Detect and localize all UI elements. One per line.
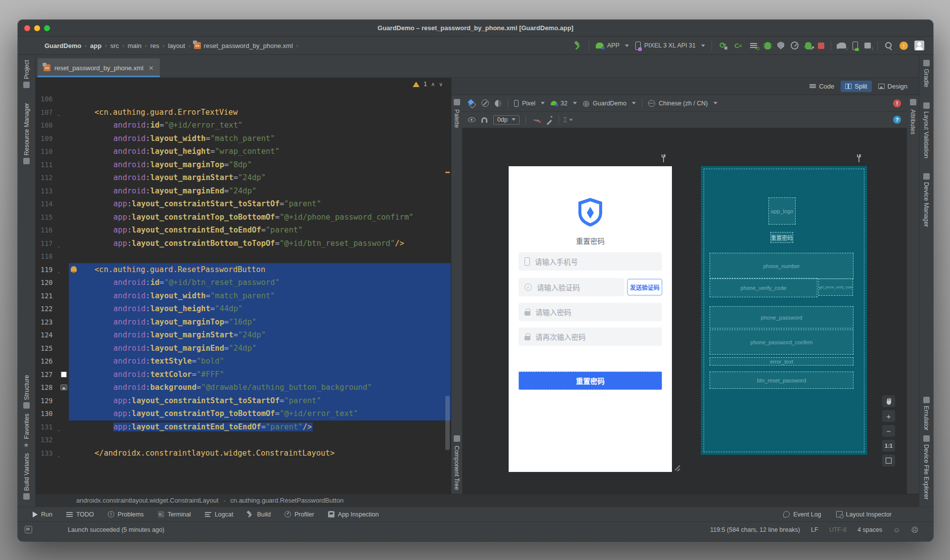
tool-window-button-todo[interactable]: TODO (66, 511, 94, 518)
infer-constraints-icon[interactable] (546, 116, 553, 123)
code-area[interactable]: <cn.authing.guard.ErrorTextViewandroid:i… (69, 78, 451, 494)
render-errors-badge[interactable]: ! (893, 99, 901, 107)
caret-position[interactable]: 119:5 (584 chars, 12 line breaks) (710, 526, 800, 533)
clear-constraints-icon[interactable]: ↝ (532, 116, 540, 123)
theme-select[interactable]: ◎ GuardDemo (583, 99, 636, 108)
update-available-button[interactable]: ↑ (900, 42, 908, 50)
code-line[interactable] (69, 433, 451, 447)
code-line[interactable]: app:layout_constraintStart_toStartOf="pa… (69, 394, 451, 408)
mode-design-button[interactable]: Design (874, 81, 912, 92)
zoom-ratio-button[interactable]: 1:1 (882, 440, 895, 452)
code-line[interactable]: android:layout_marginStart="24dp" (69, 171, 451, 185)
sidebar-item-gradle[interactable]: Gradle (923, 60, 930, 88)
sidebar-item-device-file-explorer[interactable]: Device File Explorer (923, 435, 930, 500)
sidebar-item-favorites[interactable]: Favorites★ (23, 414, 30, 448)
zoom-to-fit-button[interactable] (882, 455, 895, 467)
stop-button[interactable] (818, 43, 824, 49)
default-margin-select[interactable]: 0dp (493, 115, 520, 125)
blueprint-screen[interactable]: app_logo重置密码phone_numberphone_verify_cod… (701, 166, 867, 455)
app-logo-shield-icon[interactable] (576, 197, 604, 227)
preview-input-field[interactable]: 请输入密码 (519, 303, 662, 321)
line-ending-indicator[interactable]: LF (811, 526, 818, 533)
prev-issue-icon[interactable]: ∧ (431, 81, 435, 88)
blueprint-box-phone_number[interactable]: phone_number (710, 253, 854, 279)
blueprint-box-phone_password[interactable]: phone_password (710, 306, 854, 328)
send-code-button[interactable]: 发送验证码 (627, 279, 662, 295)
design-surface[interactable]: 重置密码 请输入手机号✓请输入验证码请输入密码请再次输入密码 发送验证码 重置密… (462, 128, 907, 494)
night-mode-icon[interactable] (495, 100, 502, 107)
search-everywhere-button[interactable] (884, 41, 893, 50)
preview-input-field[interactable]: ✓请输入验证码 (519, 278, 624, 296)
drawable-preview-icon[interactable] (60, 384, 67, 390)
run-configuration-select[interactable]: APP (596, 42, 629, 49)
debug-button[interactable] (764, 42, 771, 49)
apply-code-changes-button[interactable]: CA (734, 41, 743, 50)
code-line[interactable] (69, 93, 451, 106)
preview-input-field[interactable]: 请输入手机号 (519, 252, 662, 271)
attributes-tab[interactable]: Attributes (909, 109, 916, 135)
mode-code-button[interactable]: Code (805, 81, 839, 92)
profiler-button[interactable] (791, 42, 799, 49)
breadcrumb-item[interactable]: <> reset_password_by_phone.xml (194, 42, 293, 49)
blueprint-box-phone_verify_code[interactable]: phone_verify_code (710, 278, 817, 297)
code-line[interactable]: </androidx.constraintlayout.widget.Const… (69, 447, 451, 460)
retry-debug-button[interactable]: ↗ (805, 42, 811, 49)
color-swatch-icon[interactable] (61, 372, 67, 377)
feedback-sad-icon[interactable]: ☹ (911, 526, 918, 534)
code-line[interactable]: android:id="@+id/btn_reset_password" (69, 276, 451, 289)
tool-window-button-terminal[interactable]: >_Terminal (158, 511, 191, 518)
blueprint-box-title[interactable]: 重置密码 (770, 232, 793, 243)
breadcrumb-item[interactable]: GuardDemo (45, 42, 81, 49)
sdk-manager-button[interactable] (864, 43, 871, 48)
pan-hand-button[interactable] (882, 395, 895, 407)
code-editor[interactable]: 106107▾108109110111112113114115116117▴11… (36, 78, 451, 494)
sidebar-item-device-manager[interactable]: Device Manager (923, 173, 930, 227)
reset-password-button[interactable]: 重置密码 (519, 372, 662, 390)
code-line[interactable]: app:layout_constraintEnd_toEndOf="parent… (69, 224, 451, 237)
encoding-indicator[interactable]: UTF-8 (829, 526, 847, 533)
code-line[interactable]: android:layout_width="match_parent" (69, 289, 451, 303)
code-line[interactable]: android:layout_marginTop="16dp" (69, 316, 451, 329)
sidebar-item-emulator[interactable]: Emulator (923, 397, 930, 430)
no-design-surface-icon[interactable] (481, 99, 489, 107)
tool-window-button-app-inspection[interactable]: App Inspection (328, 511, 379, 518)
sidebar-item-build-variants[interactable]: Build Variants (23, 453, 30, 500)
view-options-icon[interactable] (468, 99, 475, 107)
breadcrumb-item[interactable]: main (128, 42, 142, 49)
component-tree-tab[interactable]: Component Tree (453, 446, 460, 490)
code-line[interactable]: app:layout_constraintTop_toBottomOf="@+i… (69, 211, 451, 224)
tool-window-button-run[interactable]: Run (33, 511, 52, 518)
code-line[interactable]: app:layout_constraintBottom_toTopOf="@+i… (69, 237, 451, 250)
breadcrumb-item[interactable]: res (150, 42, 159, 49)
blueprint-box-btn_reset_password[interactable]: btn_reset_password (710, 372, 854, 389)
fold-marker-icon[interactable]: ▴ (57, 450, 60, 464)
xml-breadcrumb-item[interactable]: cn.authing.guard.ResetPasswordButton (230, 497, 343, 504)
code-line[interactable]: android:layout_height="44dp" (69, 302, 451, 316)
resize-handle[interactable] (674, 464, 682, 471)
help-badge[interactable]: ? (893, 116, 901, 124)
code-line[interactable]: android:layout_marginStart="24dp" (69, 328, 451, 342)
preview-input-field[interactable]: 请再次输入密码 (519, 327, 662, 346)
code-line[interactable]: app:layout_constraintStart_toStartOf="pa… (69, 197, 451, 211)
inspection-widget[interactable]: 1 ∧ ∨ (413, 81, 443, 88)
tool-window-button-logcat[interactable]: Logcat (205, 511, 234, 518)
blueprint-box-app_logo[interactable]: app_logo (768, 197, 796, 225)
code-line[interactable] (69, 250, 451, 263)
device-select[interactable]: PIXEL 3 XL API 31 (635, 42, 705, 50)
build-icon[interactable] (573, 41, 582, 50)
code-line[interactable]: android:layout_marginEnd="24dp" (69, 342, 451, 355)
blueprint-box-get_phone_verify_code[interactable]: get_phone_verify_code (818, 279, 853, 296)
code-line[interactable]: app:layout_constraintTop_toBottomOf="@+i… (69, 407, 451, 420)
tab-reset-password-by-phone[interactable]: <> reset_password_by_phone.xml ✕ (38, 58, 160, 77)
code-line[interactable]: android:background="@drawable/authing_bu… (69, 381, 451, 394)
locale-select[interactable]: Chinese (zh / CN) (648, 100, 717, 107)
tool-window-button-build[interactable]: Build (247, 511, 271, 518)
code-line[interactable]: android:layout_marginEnd="24dp" (69, 185, 451, 198)
zoom-out-button[interactable]: − (882, 425, 895, 437)
code-line[interactable]: <cn.authing.guard.ErrorTextView (69, 106, 451, 119)
close-icon[interactable]: ✕ (148, 64, 154, 72)
next-issue-icon[interactable]: ∨ (439, 81, 443, 88)
code-line[interactable]: android:layout_height="wrap_content" (69, 145, 451, 158)
close-window-button[interactable] (24, 25, 30, 31)
intention-bulb-icon[interactable] (71, 266, 77, 272)
